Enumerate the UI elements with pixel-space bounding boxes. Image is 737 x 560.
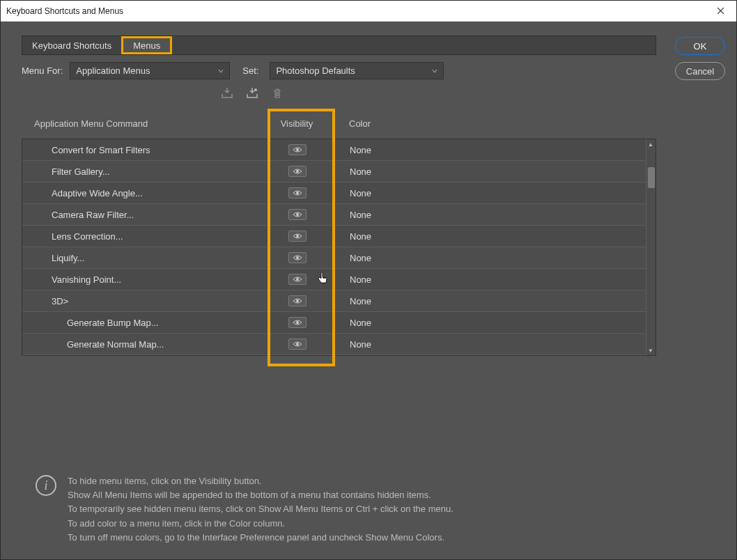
visibility-cell (266, 252, 329, 263)
table-row[interactable]: Vanishing Point...None (22, 269, 655, 290)
visibility-toggle[interactable] (288, 166, 307, 177)
scroll-up-icon[interactable]: ▲ (646, 139, 655, 149)
save-icon (221, 88, 233, 99)
visibility-cell (266, 187, 329, 199)
set-label: Set: (242, 65, 258, 76)
visibility-cell (266, 144, 329, 155)
tab-keyboard-shortcuts[interactable]: Keyboard Shortcuts (22, 36, 121, 54)
color-cell[interactable]: None (329, 296, 655, 306)
table-header: Application Menu Command Visibility Colo… (22, 113, 656, 139)
svg-point-3 (296, 192, 299, 194)
visibility-cell (266, 209, 329, 220)
chevron-down-icon (218, 65, 224, 76)
eye-icon (293, 189, 302, 196)
help-line: To hide menu items, click on the Visibil… (68, 475, 453, 488)
menu-command-label: Filter Gallery... (22, 166, 266, 177)
scrollbar[interactable]: ▲ ▼ (646, 139, 655, 355)
svg-point-1 (296, 148, 299, 151)
eye-icon (293, 233, 302, 240)
color-cell[interactable]: None (329, 188, 655, 199)
save-as-icon (246, 88, 258, 99)
save-set-as-button[interactable] (245, 86, 260, 100)
table-body: ▲ ▼ Convert for Smart FiltersNoneFilter … (22, 139, 656, 356)
cursor-icon (318, 272, 329, 287)
eye-icon (293, 254, 302, 261)
color-cell[interactable]: None (329, 210, 655, 220)
window-title: Keyboard Shortcuts and Menus (6, 6, 710, 16)
svg-point-8 (296, 300, 299, 302)
color-cell[interactable]: None (329, 231, 655, 242)
menu-command-label: Convert for Smart Filters (22, 145, 266, 155)
visibility-toggle[interactable] (288, 209, 307, 220)
menu-command-label: Liquify... (22, 253, 266, 263)
visibility-toggle[interactable] (288, 295, 307, 306)
eye-icon (293, 211, 302, 218)
svg-point-10 (296, 343, 299, 345)
color-cell[interactable]: None (329, 253, 655, 263)
set-select[interactable]: Photoshop Defaults (270, 62, 444, 79)
scroll-thumb[interactable] (648, 167, 655, 188)
color-cell[interactable]: None (329, 145, 655, 155)
help-line: To add color to a menu item, click in th… (68, 518, 453, 530)
svg-point-5 (296, 235, 299, 238)
table-row[interactable]: 3D>None (22, 290, 655, 312)
save-set-button[interactable] (219, 86, 235, 100)
color-cell[interactable]: None (329, 318, 655, 328)
menu-command-label: Adaptive Wide Angle... (22, 188, 266, 199)
visibility-toggle[interactable] (288, 317, 307, 328)
scroll-down-icon[interactable]: ▼ (646, 345, 655, 355)
table-row[interactable]: Generate Normal Map...None (22, 334, 655, 355)
help-line: Show All Menu Items will be appended to … (68, 489, 453, 501)
svg-point-4 (296, 213, 299, 216)
menu-command-label: Lens Correction... (22, 231, 266, 242)
close-button[interactable] (710, 1, 731, 22)
close-icon (717, 7, 724, 15)
titlebar: Keyboard Shortcuts and Menus (1, 1, 736, 22)
help-line: To turn off menu colors, go to the Inter… (68, 531, 453, 544)
col-color: Color (328, 118, 656, 129)
svg-point-0 (254, 88, 257, 91)
menu-command-label: 3D> (22, 296, 266, 306)
visibility-toggle[interactable] (288, 231, 307, 242)
chevron-down-icon (432, 65, 437, 76)
table-row[interactable]: Lens Correction...None (22, 226, 655, 247)
table-row[interactable]: Liquify...None (22, 247, 655, 269)
visibility-cell (266, 166, 329, 177)
info-icon: i (36, 475, 56, 496)
set-value: Photoshop Defaults (276, 65, 355, 76)
visibility-cell (266, 339, 329, 350)
table-row[interactable]: Camera Raw Filter...None (22, 204, 655, 226)
visibility-cell (266, 231, 329, 242)
color-cell[interactable]: None (329, 166, 655, 177)
delete-set-button[interactable] (270, 86, 285, 100)
visibility-toggle[interactable] (288, 274, 307, 285)
svg-point-6 (296, 256, 299, 259)
table-row[interactable]: Filter Gallery...None (22, 161, 655, 182)
help-line: To temporarily see hidden menu items, cl… (68, 503, 453, 515)
menu-command-label: Generate Bump Map... (22, 318, 266, 328)
svg-point-7 (296, 278, 299, 281)
table-row[interactable]: Generate Bump Map...None (22, 312, 655, 334)
visibility-cell (266, 295, 329, 306)
info-box: i To hide menu items, click on the Visib… (22, 475, 656, 545)
col-command: Application Menu Command (22, 118, 265, 129)
tab-menus[interactable]: Menus (121, 36, 172, 54)
ok-button[interactable]: OK (675, 37, 725, 55)
table-row[interactable]: Adaptive Wide Angle...None (22, 182, 655, 204)
visibility-toggle[interactable] (288, 144, 307, 155)
menu-for-value: Application Menus (76, 65, 150, 76)
menu-command-label: Generate Normal Map... (22, 339, 266, 350)
tab-bar: Keyboard Shortcuts Menus (22, 36, 656, 55)
color-cell[interactable]: None (329, 339, 655, 350)
color-cell[interactable]: None (329, 274, 655, 285)
table-row[interactable]: Convert for Smart FiltersNone (22, 139, 655, 161)
visibility-toggle[interactable] (288, 252, 307, 263)
visibility-toggle[interactable] (288, 187, 307, 199)
eye-icon (293, 319, 302, 326)
visibility-toggle[interactable] (288, 339, 307, 350)
eye-icon (293, 146, 302, 153)
menu-command-label: Vanishing Point... (22, 274, 266, 285)
cancel-button[interactable]: Cancel (675, 62, 725, 80)
menu-for-select[interactable]: Application Menus (70, 62, 230, 79)
trash-icon (272, 88, 282, 99)
